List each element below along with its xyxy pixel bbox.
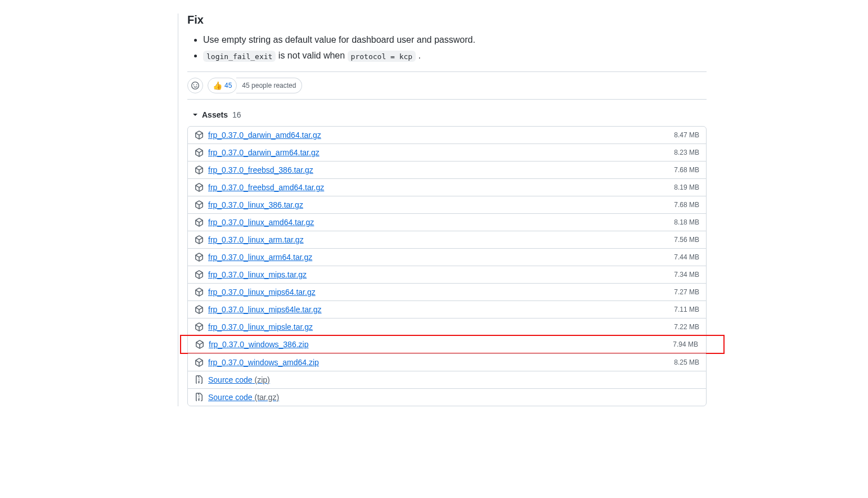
- package-icon: [195, 148, 204, 157]
- asset-row: Source code (tar.gz): [188, 388, 706, 406]
- asset-row: frp_0.37.0_linux_mips64le.tar.gz7.11 MB: [188, 300, 706, 318]
- fix-list: Use empty string as default value for da…: [187, 33, 707, 62]
- caret-down-icon: [193, 114, 197, 116]
- asset-link[interactable]: Source code (tar.gz): [208, 393, 699, 402]
- fix-item: login_fail_exit is not valid when protoc…: [203, 49, 707, 62]
- asset-size: 8.19 MB: [674, 183, 699, 191]
- asset-row: frp_0.37.0_linux_arm.tar.gz7.56 MB: [188, 231, 706, 248]
- asset-ext: (zip): [253, 375, 270, 384]
- fix-item-text: is not valid when: [276, 51, 347, 60]
- asset-row: frp_0.37.0_linux_mips64.tar.gz7.27 MB: [188, 283, 706, 300]
- assets-list: frp_0.37.0_darwin_amd64.tar.gz8.47 MBfrp…: [187, 126, 707, 406]
- asset-size: 7.56 MB: [674, 236, 699, 244]
- package-icon: [195, 288, 204, 297]
- asset-size: 7.68 MB: [674, 166, 699, 174]
- asset-size: 8.18 MB: [674, 218, 699, 226]
- thumbs-up-icon: 👍: [213, 81, 222, 90]
- smiley-icon: [191, 81, 199, 90]
- fix-heading: Fix: [187, 14, 707, 26]
- asset-row: frp_0.37.0_linux_mipsle.tar.gz7.22 MB: [188, 318, 706, 335]
- asset-link[interactable]: frp_0.37.0_linux_amd64.tar.gz: [208, 218, 674, 227]
- asset-link[interactable]: frp_0.37.0_linux_arm.tar.gz: [208, 235, 674, 244]
- asset-link[interactable]: frp_0.37.0_freebsd_amd64.tar.gz: [208, 183, 674, 192]
- file-zip-icon: [195, 375, 204, 384]
- asset-size: 8.25 MB: [674, 358, 699, 366]
- package-icon: [195, 340, 204, 349]
- asset-link[interactable]: frp_0.37.0_linux_mips64.tar.gz: [208, 288, 674, 297]
- asset-link[interactable]: frp_0.37.0_windows_386.zip: [209, 340, 673, 349]
- asset-link[interactable]: Source code (zip): [208, 375, 699, 384]
- package-icon: [195, 218, 204, 227]
- package-icon: [195, 183, 204, 192]
- package-icon: [195, 305, 204, 314]
- asset-size: 8.47 MB: [674, 131, 699, 139]
- code-snippet: login_fail_exit: [203, 51, 276, 62]
- fix-item: Use empty string as default value for da…: [203, 33, 707, 47]
- code-snippet: protocol = kcp: [348, 51, 416, 62]
- reacted-summary: 45 people reacted: [236, 78, 302, 93]
- asset-row: frp_0.37.0_linux_386.tar.gz7.68 MB: [188, 196, 706, 213]
- assets-label: Assets: [202, 110, 228, 119]
- asset-size: 7.94 MB: [673, 340, 698, 348]
- file-zip-icon: [195, 393, 204, 402]
- asset-link[interactable]: frp_0.37.0_freebsd_386.tar.gz: [208, 165, 674, 174]
- package-icon: [195, 358, 204, 367]
- asset-row: frp_0.37.0_linux_mips.tar.gz7.34 MB: [188, 266, 706, 283]
- asset-size: 7.68 MB: [674, 201, 699, 209]
- asset-link[interactable]: frp_0.37.0_linux_mipsle.tar.gz: [208, 322, 674, 331]
- thumbs-up-reaction-button[interactable]: 👍 45: [208, 78, 237, 93]
- asset-row: Source code (zip): [188, 371, 706, 388]
- asset-row: frp_0.37.0_windows_386.zip7.94 MB: [180, 335, 725, 354]
- package-icon: [195, 235, 204, 244]
- asset-size: 7.11 MB: [674, 306, 699, 313]
- package-icon: [195, 200, 204, 209]
- assets-count: 16: [232, 110, 241, 119]
- package-icon: [195, 322, 204, 331]
- asset-row: frp_0.37.0_darwin_arm64.tar.gz8.23 MB: [188, 143, 706, 161]
- asset-row: frp_0.37.0_freebsd_amd64.tar.gz8.19 MB: [188, 178, 706, 196]
- package-icon: [195, 270, 204, 279]
- asset-size: 8.23 MB: [674, 149, 699, 156]
- asset-size: 7.34 MB: [674, 271, 699, 279]
- asset-ext: (tar.gz): [253, 393, 279, 402]
- asset-row: frp_0.37.0_windows_amd64.zip8.25 MB: [188, 353, 706, 371]
- asset-row: frp_0.37.0_linux_amd64.tar.gz8.18 MB: [188, 213, 706, 231]
- asset-row: frp_0.37.0_darwin_amd64.tar.gz8.47 MB: [188, 127, 706, 143]
- asset-size: 7.44 MB: [674, 253, 699, 261]
- asset-row: frp_0.37.0_freebsd_386.tar.gz7.68 MB: [188, 161, 706, 178]
- asset-link[interactable]: frp_0.37.0_linux_386.tar.gz: [208, 200, 674, 209]
- asset-link[interactable]: frp_0.37.0_darwin_amd64.tar.gz: [208, 131, 674, 140]
- fix-item-text: Use empty string as default value for da…: [203, 35, 475, 44]
- fix-item-text: .: [416, 51, 421, 60]
- package-icon: [195, 253, 204, 262]
- asset-size: 7.22 MB: [674, 323, 699, 331]
- asset-link[interactable]: frp_0.37.0_linux_mips64le.tar.gz: [208, 305, 674, 314]
- asset-row: frp_0.37.0_linux_arm64.tar.gz7.44 MB: [188, 248, 706, 266]
- reactions-bar: 👍 45 45 people reacted: [187, 71, 707, 93]
- asset-link[interactable]: frp_0.37.0_linux_mips.tar.gz: [208, 270, 674, 279]
- add-reaction-button[interactable]: [187, 78, 203, 93]
- asset-link[interactable]: frp_0.37.0_darwin_arm64.tar.gz: [208, 148, 674, 157]
- thumbs-up-count: 45: [224, 82, 232, 89]
- asset-link[interactable]: frp_0.37.0_linux_arm64.tar.gz: [208, 253, 674, 262]
- asset-link[interactable]: frp_0.37.0_windows_amd64.zip: [208, 358, 674, 367]
- asset-size: 7.27 MB: [674, 288, 699, 296]
- assets-toggle[interactable]: Assets 16: [187, 110, 244, 126]
- package-icon: [195, 165, 204, 174]
- package-icon: [195, 131, 204, 140]
